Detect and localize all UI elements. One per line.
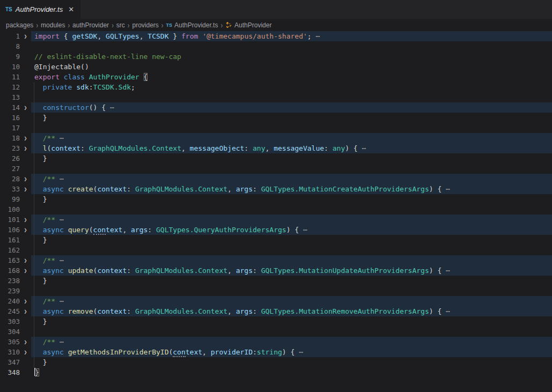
breadcrumb-item-authprovider[interactable]: authProvider xyxy=(72,21,109,29)
line-body[interactable] xyxy=(31,92,552,102)
code-line[interactable]: 348} xyxy=(0,367,552,378)
folded-ellipsis[interactable]: ⋯ xyxy=(60,134,64,142)
line-number[interactable]: 10 xyxy=(0,62,20,72)
code-line[interactable]: 16 } xyxy=(0,113,552,123)
breadcrumb-item-authprovider[interactable]: AuthProvider xyxy=(225,21,271,29)
line-number[interactable]: 347 xyxy=(0,357,20,367)
close-icon[interactable]: ✕ xyxy=(68,5,74,13)
line-body[interactable]: /** ⋯ xyxy=(31,133,552,143)
line-body[interactable]: /** ⋯ xyxy=(31,255,552,265)
line-number[interactable]: 17 xyxy=(0,123,20,133)
folded-ellipsis[interactable]: ⋯ xyxy=(315,32,320,40)
line-body[interactable] xyxy=(31,245,552,255)
fold-chevron-icon[interactable]: ❯ xyxy=(20,306,31,316)
line-body[interactable]: } xyxy=(31,235,552,245)
line-number[interactable]: 33 xyxy=(0,184,20,194)
line-body[interactable] xyxy=(31,327,552,337)
folded-ellipsis[interactable]: ⋯ xyxy=(60,175,64,183)
code-line[interactable]: 304 xyxy=(0,327,552,337)
fold-chevron-icon[interactable]: ❯ xyxy=(20,296,31,306)
line-body[interactable]: async query(context, args: GQLTypes.Quer… xyxy=(31,225,552,235)
fold-chevron-icon[interactable]: ❯ xyxy=(20,31,31,41)
line-body[interactable]: /** ⋯ xyxy=(31,174,552,184)
breadcrumb-item-packages[interactable]: packages xyxy=(6,21,33,29)
line-body[interactable]: /** ⋯ xyxy=(31,215,552,225)
line-number[interactable]: 11 xyxy=(0,72,20,82)
fold-chevron-icon[interactable]: ❯ xyxy=(20,337,31,347)
code-line[interactable]: 305❯ /** ⋯ xyxy=(0,337,552,347)
line-number[interactable]: 13 xyxy=(0,92,20,102)
folded-ellipsis[interactable]: ⋯ xyxy=(446,185,450,193)
line-body[interactable]: } xyxy=(31,113,552,123)
code-line[interactable]: 106❯ async query(context, args: GQLTypes… xyxy=(0,225,552,235)
line-body[interactable] xyxy=(31,123,552,133)
code-line[interactable]: 238 } xyxy=(0,276,552,286)
line-number[interactable]: 239 xyxy=(0,286,20,296)
breadcrumb-item-src[interactable]: src xyxy=(116,21,125,29)
code-line[interactable]: 240❯ /** ⋯ xyxy=(0,296,552,306)
line-number[interactable]: 245 xyxy=(0,306,20,316)
breadcrumb-item-authprovider-ts[interactable]: TSAuthProvider.ts xyxy=(166,21,218,29)
code-line[interactable]: 99 } xyxy=(0,194,552,204)
line-body[interactable]: /** ⋯ xyxy=(31,337,552,347)
line-number[interactable]: 23 xyxy=(0,143,20,153)
line-number[interactable]: 18 xyxy=(0,133,20,143)
line-body[interactable]: export class AuthProvider { xyxy=(31,72,552,82)
line-body[interactable]: private sdk:TCSDK.Sdk; xyxy=(31,82,552,92)
code-line[interactable]: 1❯import { getSDK, GQLTypes, TCSDK } fro… xyxy=(0,31,552,41)
fold-chevron-icon[interactable]: ❯ xyxy=(20,184,31,194)
code-line[interactable]: 162 xyxy=(0,245,552,255)
line-body[interactable]: } xyxy=(31,357,552,367)
folded-ellipsis[interactable]: ⋯ xyxy=(446,307,450,315)
line-number[interactable]: 1 xyxy=(0,31,20,41)
line-body[interactable]: // eslint-disable-next-line new-cap xyxy=(31,51,552,62)
code-line[interactable]: 11export class AuthProvider { xyxy=(0,72,552,82)
line-body[interactable]: async remove(context: GraphQLModules.Con… xyxy=(31,306,552,316)
folded-ellipsis[interactable]: ⋯ xyxy=(299,348,303,356)
line-number[interactable]: 348 xyxy=(0,367,20,378)
fold-chevron-icon[interactable]: ❯ xyxy=(20,143,31,153)
code-line[interactable]: 163❯ /** ⋯ xyxy=(0,255,552,265)
line-number[interactable]: 8 xyxy=(0,41,20,51)
code-line[interactable]: 10@Injectable() xyxy=(0,62,552,72)
line-body[interactable]: } xyxy=(31,153,552,164)
code-line[interactable]: 303 } xyxy=(0,316,552,327)
code-line[interactable]: 239 xyxy=(0,286,552,296)
code-line[interactable]: 26 } xyxy=(0,153,552,164)
fold-chevron-icon[interactable]: ❯ xyxy=(20,102,31,113)
folded-ellipsis[interactable]: ⋯ xyxy=(60,297,64,305)
code-line[interactable]: 18❯ /** ⋯ xyxy=(0,133,552,143)
line-number[interactable]: 28 xyxy=(0,174,20,184)
folded-ellipsis[interactable]: ⋯ xyxy=(60,338,64,346)
line-number[interactable]: 303 xyxy=(0,316,20,327)
code-line[interactable]: 100 xyxy=(0,204,552,215)
line-body[interactable]: /** ⋯ xyxy=(31,296,552,306)
folded-ellipsis[interactable]: ⋯ xyxy=(446,267,450,275)
code-line[interactable]: 8 xyxy=(0,41,552,51)
code-line[interactable]: 14❯ constructor() { ⋯ xyxy=(0,102,552,113)
code-line[interactable]: 161 } xyxy=(0,235,552,245)
line-body[interactable]: } xyxy=(31,276,552,286)
code-line[interactable]: 27 xyxy=(0,164,552,174)
line-number[interactable]: 16 xyxy=(0,113,20,123)
code-line[interactable]: 17 xyxy=(0,123,552,133)
code-line[interactable]: 23❯ l(context: GraphQLModules.Context, m… xyxy=(0,143,552,153)
line-number[interactable]: 240 xyxy=(0,296,20,306)
code-line[interactable]: 245❯ async remove(context: GraphQLModule… xyxy=(0,306,552,316)
code-line[interactable]: 9// eslint-disable-next-line new-cap xyxy=(0,51,552,62)
line-body[interactable]: async getMethodsInProviderByID(context, … xyxy=(31,347,552,357)
line-number[interactable]: 305 xyxy=(0,337,20,347)
code-line[interactable]: 28❯ /** ⋯ xyxy=(0,174,552,184)
line-number[interactable]: 12 xyxy=(0,82,20,92)
line-number[interactable]: 9 xyxy=(0,51,20,62)
breadcrumb-item-modules[interactable]: modules xyxy=(41,21,65,29)
fold-chevron-icon[interactable]: ❯ xyxy=(20,225,31,235)
line-number[interactable]: 238 xyxy=(0,276,20,286)
line-body[interactable] xyxy=(31,164,552,174)
code-line[interactable]: 12 private sdk:TCSDK.Sdk; xyxy=(0,82,552,92)
line-number[interactable]: 304 xyxy=(0,327,20,337)
tab-authprovider[interactable]: TS AuthProvider.ts ✕ xyxy=(0,0,80,19)
code-line[interactable]: 33❯ async create(context: GraphQLModules… xyxy=(0,184,552,194)
line-number[interactable]: 161 xyxy=(0,235,20,245)
folded-ellipsis[interactable]: ⋯ xyxy=(303,226,307,234)
